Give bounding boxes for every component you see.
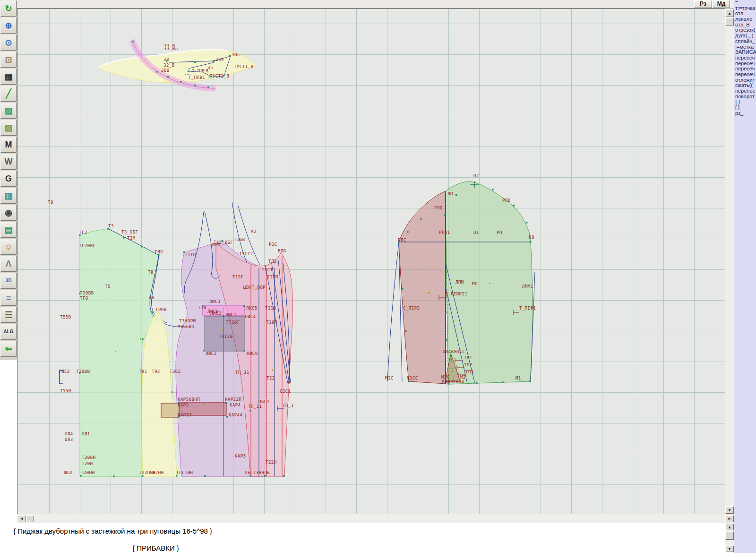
panel-command[interactable]: пересеч — [734, 55, 756, 61]
panel-command[interactable]: рз_ — [734, 111, 756, 116]
panel-command[interactable]: отложит — [734, 78, 756, 83]
image-button[interactable]: ▧ — [0, 103, 17, 119]
image-icon: ▧ — [4, 106, 12, 115]
refresh-icon: ↻ — [5, 4, 12, 13]
3d-button[interactable]: 3D — [0, 273, 17, 289]
view-pattern-icon: ⊡ — [5, 55, 12, 64]
ruler-button[interactable]: ▥ — [0, 188, 17, 204]
rz-button[interactable]: Рз — [694, 0, 712, 8]
panel-command[interactable]: ЗАПИСА — [734, 50, 756, 55]
panel-command[interactable]: [ ] — [734, 105, 756, 111]
section-heading: { ПРИБАВКИ } — [132, 544, 179, 552]
panel-command[interactable]: поворот — [734, 94, 756, 100]
drawing-canvas[interactable]: 33_В33_ВнЗНн3833932_В35ТУСТ1_В300Т_ПЛ_ВТ… — [17, 9, 725, 514]
panel-command[interactable]: :=метка — [734, 44, 756, 50]
scroll-left-button[interactable]: ◄ — [18, 515, 26, 522]
exit-button[interactable]: ⇐ — [0, 341, 17, 357]
top-bar: Рз Мд — [17, 0, 734, 9]
command-text-area[interactable]: { Пиджак двубортный с застежкой на три п… — [0, 523, 725, 553]
g-tool-button[interactable]: G — [0, 171, 17, 187]
scroll-up-button[interactable]: ▲ — [725, 9, 734, 17]
ruler-icon: ▥ — [4, 191, 12, 200]
canvas-hscrollbar[interactable] — [17, 514, 734, 523]
grid-icon: ▦ — [4, 72, 12, 81]
panel-command[interactable]: отл_В — [734, 22, 756, 28]
front-piece[interactable] — [161, 241, 293, 476]
zoom-window-icon: ⊙ — [5, 38, 12, 47]
sleeve-piece[interactable] — [387, 181, 535, 384]
refresh-button[interactable]: ↻ — [0, 0, 17, 17]
pattern-drawing — [17, 9, 725, 514]
measure-icon: ╱ — [6, 89, 11, 98]
scroll-down-button[interactable]: ▼ — [725, 506, 734, 514]
command-panel: =т:=точкаотллекалоотл_Вотрезок(дуга(,,,)… — [734, 0, 756, 553]
panel-command[interactable]: сжать(( — [734, 83, 756, 88]
garment-icon: Λ — [6, 259, 11, 268]
model-photo-icon: ☺ — [4, 242, 13, 251]
text-vscroll-thumb[interactable] — [725, 531, 734, 540]
panel-command[interactable]: { } — [734, 99, 756, 105]
pattern-m-icon: M — [5, 140, 12, 149]
zoom-window-button[interactable]: ⊙ — [0, 35, 17, 51]
text-scroll-up-button[interactable]: ▲ — [725, 524, 734, 530]
collar-piece[interactable] — [98, 40, 256, 88]
scroll-right-button[interactable]: ► — [725, 515, 734, 522]
panel-command[interactable]: отл — [734, 11, 756, 17]
camera-button[interactable]: ◉ — [0, 205, 17, 221]
canvas-vscrollbar[interactable] — [725, 9, 734, 514]
md-button[interactable]: Мд — [713, 0, 730, 8]
left-toolbar: ↻⊕⊙⊡▦╱▧▨MWG▥◉▤☺Λ3D≡☰ALG⇐ — [0, 0, 17, 360]
3d-icon: 3D — [6, 278, 12, 283]
exit-icon: ⇐ — [5, 345, 12, 353]
zoom-in-button[interactable]: ⊕ — [0, 17, 17, 34]
panel-command[interactable]: лекало — [734, 17, 756, 22]
side-piece[interactable] — [142, 311, 177, 476]
zoom-in-icon: ⊕ — [5, 21, 12, 30]
measure-button[interactable]: ╱ — [0, 86, 17, 102]
panel-command[interactable]: отрезок( — [734, 27, 756, 33]
list-icon: ≡ — [6, 294, 11, 302]
panel-command[interactable]: пересеч — [734, 66, 756, 72]
alg-icon: ALG — [3, 329, 13, 334]
books-icon: ☰ — [5, 311, 12, 319]
panel-command[interactable]: = — [734, 0, 756, 6]
panel-command[interactable]: пересеч — [734, 72, 756, 78]
model-photo-button[interactable]: ☺ — [0, 239, 17, 255]
text-scroll-down-button[interactable]: ▼ — [725, 545, 734, 552]
panel-command[interactable]: дуга(,,,) — [734, 33, 756, 39]
spreadsheet-icon: ▤ — [4, 225, 12, 234]
alg-button[interactable]: ALG — [0, 324, 17, 340]
drafting-button[interactable]: W — [0, 154, 17, 170]
spreadsheet-button[interactable]: ▤ — [0, 222, 17, 238]
books-button[interactable]: ☰ — [0, 307, 17, 323]
model-description: { Пиджак двубортный с застежкой на три п… — [13, 527, 212, 535]
camera-icon: ◉ — [5, 208, 12, 217]
garment-button[interactable]: Λ — [0, 256, 17, 272]
panel-command[interactable]: пересеч — [734, 61, 756, 67]
pattern-m-button[interactable]: M — [0, 137, 17, 153]
view-pattern-button[interactable]: ⊡ — [0, 52, 17, 68]
pattern-piece-icon: ▨ — [4, 123, 12, 132]
hscroll-thumb[interactable] — [26, 515, 34, 522]
vscroll-thumb[interactable] — [725, 18, 734, 26]
panel-command[interactable]: т:=точка — [734, 6, 756, 11]
panel-command[interactable]: сплайн_ — [734, 39, 756, 44]
drafting-icon: W — [5, 157, 13, 166]
list-button[interactable]: ≡ — [0, 290, 17, 306]
grid-button[interactable]: ▦ — [0, 69, 17, 85]
g-tool-icon: G — [5, 174, 12, 183]
pattern-piece-button[interactable]: ▨ — [0, 120, 17, 136]
panel-command[interactable]: перенос — [734, 88, 756, 94]
